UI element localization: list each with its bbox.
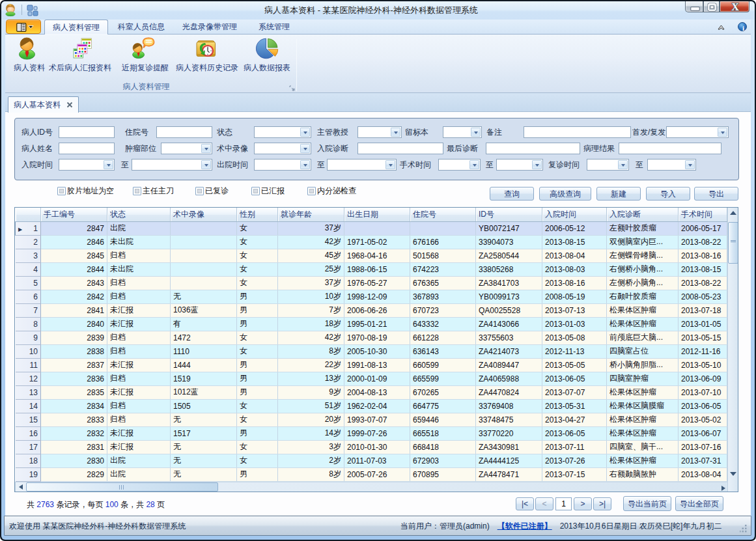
svg-text:X: X	[731, 1, 739, 12]
